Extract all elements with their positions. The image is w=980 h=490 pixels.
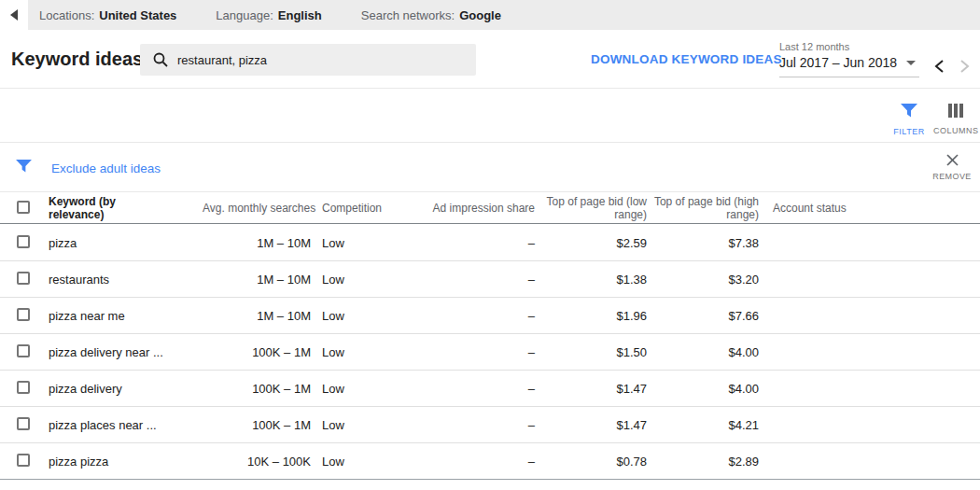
table-row[interactable]: pizza delivery near ... 100K – 1M Low – …	[0, 334, 980, 371]
remove-filter-button[interactable]: REMOVE	[928, 153, 976, 181]
column-header-account-status[interactable]: Account status	[759, 202, 980, 215]
top-of-page-bid-low-cell: $1.47	[535, 418, 647, 432]
campaign-settings-strip: Locations: United States Language: Engli…	[28, 0, 980, 30]
table-row[interactable]: pizza pizza 10K – 100K Low – $0.78 $2.89	[0, 443, 980, 480]
date-range-preset: Last 12 months	[779, 41, 970, 52]
close-icon	[946, 154, 959, 166]
table-row[interactable]: pizza near me 1M – 10M Low – $1.96 $7.66	[0, 298, 980, 334]
table-header: Keyword (by relevance) Avg. monthly sear…	[0, 193, 980, 224]
keyword-cell: pizza delivery	[49, 382, 203, 396]
previous-period-button[interactable]	[934, 60, 945, 73]
chevron-right-icon	[959, 60, 970, 73]
next-period-button[interactable]	[959, 60, 970, 73]
row-checkbox[interactable]	[17, 308, 30, 321]
chevron-left-icon	[934, 60, 945, 73]
column-header-avg-monthly-searches[interactable]: Avg. monthly searches	[203, 202, 311, 215]
keyword-cell: pizza	[49, 236, 203, 250]
top-of-page-bid-high-cell: $4.00	[647, 382, 759, 396]
filter-button[interactable]: FILTER	[889, 104, 930, 136]
row-checkbox[interactable]	[17, 272, 30, 285]
ad-impression-share-cell: –	[427, 382, 535, 396]
row-checkbox-cell	[0, 381, 49, 397]
avg-monthly-searches-cell: 100K – 1M	[203, 418, 311, 432]
filter-button-label: FILTER	[889, 127, 930, 136]
setting-search-networks[interactable]: Search networks: Google	[361, 8, 501, 22]
ad-impression-share-cell: –	[427, 236, 535, 250]
competition-cell: Low	[311, 309, 427, 323]
ad-impression-share-cell: –	[427, 345, 535, 359]
active-filter-label[interactable]: Exclude adult ideas	[51, 161, 161, 175]
ad-impression-share-cell: –	[427, 273, 535, 287]
row-checkbox-cell	[0, 235, 49, 251]
row-checkbox[interactable]	[17, 417, 30, 430]
table-row[interactable]: pizza delivery 100K – 1M Low – $1.47 $4.…	[0, 371, 980, 407]
top-of-page-bid-low-cell: $2.59	[535, 236, 647, 250]
row-checkbox[interactable]	[17, 235, 30, 248]
top-of-page-bid-high-cell: $7.38	[647, 236, 759, 250]
back-button[interactable]	[0, 0, 28, 30]
setting-label: Language:	[216, 8, 273, 22]
competition-cell: Low	[311, 418, 427, 432]
top-of-page-bid-low-cell: $1.38	[535, 273, 647, 287]
column-header-top-of-page-bid-low[interactable]: Top of page bid (low range)	[535, 195, 647, 221]
top-of-page-bid-low-cell: $0.78	[535, 455, 647, 469]
setting-locations[interactable]: Locations: United States	[39, 8, 176, 22]
avg-monthly-searches-cell: 100K – 1M	[203, 345, 311, 359]
remove-filter-label: REMOVE	[928, 172, 976, 181]
page-title: Keyword ideas	[11, 49, 143, 70]
column-header-top-of-page-bid-high[interactable]: Top of page bid (high range)	[647, 195, 759, 221]
top-of-page-bid-high-cell: $2.89	[647, 455, 759, 469]
competition-cell: Low	[311, 236, 427, 250]
competition-cell: Low	[311, 382, 427, 396]
select-all-checkbox[interactable]	[17, 201, 30, 214]
table-toolbar: FILTER COLUMNS	[0, 90, 980, 143]
avg-monthly-searches-cell: 10K – 100K	[203, 455, 311, 469]
row-checkbox[interactable]	[17, 454, 30, 467]
avg-monthly-searches-cell: 1M – 10M	[203, 309, 311, 323]
ad-impression-share-cell: –	[427, 418, 535, 432]
setting-label: Search networks:	[361, 8, 455, 22]
top-of-page-bid-high-cell: $4.21	[647, 418, 759, 432]
column-header-competition[interactable]: Competition	[311, 202, 427, 215]
header-checkbox-cell	[0, 201, 49, 217]
avg-monthly-searches-cell: 1M – 10M	[203, 236, 311, 250]
top-of-page-bid-low-cell: $1.96	[535, 309, 647, 323]
columns-button-label: COLUMNS	[933, 126, 978, 135]
avg-monthly-searches-cell: 1M – 10M	[203, 273, 311, 287]
keyword-search-box[interactable]	[140, 44, 476, 76]
avg-monthly-searches-cell: 100K – 1M	[203, 382, 311, 396]
search-icon	[153, 52, 168, 67]
search-input[interactable]	[177, 53, 457, 67]
competition-cell: Low	[311, 455, 427, 469]
setting-language[interactable]: Language: English	[216, 8, 321, 22]
table-row[interactable]: pizza places near ... 100K – 1M Low – $1…	[0, 407, 980, 443]
columns-button[interactable]: COLUMNS	[933, 104, 978, 135]
top-of-page-bid-high-cell: $3.20	[647, 273, 759, 287]
column-header-ad-impression-share[interactable]: Ad impression share	[427, 202, 535, 215]
competition-cell: Low	[311, 345, 427, 359]
setting-value: English	[278, 8, 322, 22]
table-body: pizza 1M – 10M Low – $2.59 $7.38 restaur…	[0, 225, 980, 480]
keyword-cell: pizza pizza	[49, 455, 203, 469]
date-range-dropdown[interactable]: Jul 2017 – Jun 2018	[779, 55, 919, 77]
download-keyword-ideas-button[interactable]: DOWNLOAD KEYWORD IDEAS	[591, 30, 782, 89]
ad-impression-share-cell: –	[427, 309, 535, 323]
filter-funnel-icon	[16, 160, 32, 174]
row-checkbox[interactable]	[17, 381, 30, 394]
top-of-page-bid-high-cell: $4.00	[647, 345, 759, 359]
ad-impression-share-cell: –	[427, 455, 535, 469]
keyword-cell: pizza near me	[49, 309, 203, 323]
row-checkbox[interactable]	[17, 344, 30, 357]
top-of-page-bid-high-cell: $7.66	[647, 309, 759, 323]
back-arrow-icon	[10, 9, 18, 21]
columns-icon	[948, 104, 963, 118]
filter-icon	[901, 104, 917, 119]
column-header-keyword[interactable]: Keyword (by relevance)	[49, 195, 131, 221]
active-filter-bar: Exclude adult ideas REMOVE	[0, 144, 980, 192]
top-of-page-bid-low-cell: $1.47	[535, 382, 647, 396]
row-checkbox-cell	[0, 344, 49, 360]
table-row[interactable]: pizza 1M – 10M Low – $2.59 $7.38	[0, 225, 980, 261]
date-range-value: Jul 2017 – Jun 2018	[779, 55, 897, 70]
setting-value: Google	[459, 8, 501, 22]
table-row[interactable]: restaurants 1M – 10M Low – $1.38 $3.20	[0, 261, 980, 298]
